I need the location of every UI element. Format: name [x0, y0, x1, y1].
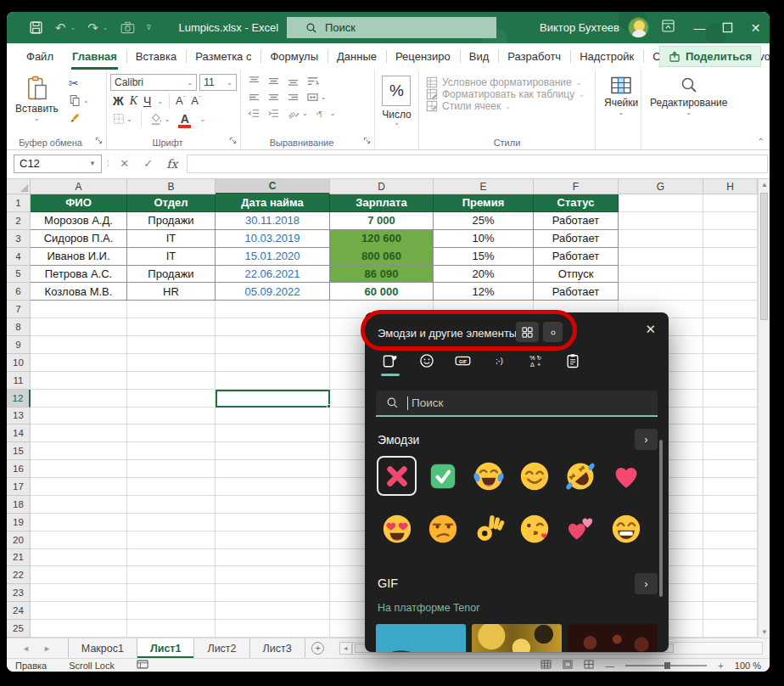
cell-A15[interactable]: [31, 442, 127, 460]
cell-D1[interactable]: Зарплата: [330, 194, 434, 212]
select-all-corner[interactable]: [7, 179, 31, 194]
cell-C14[interactable]: [216, 425, 330, 442]
decrease-font-button[interactable]: Aˇ: [191, 94, 200, 107]
alignment-dialog-launcher-icon[interactable]: [363, 135, 371, 147]
cell-G6[interactable]: [619, 283, 703, 301]
cell-H15[interactable]: [703, 442, 758, 460]
row-header-9[interactable]: 9: [7, 336, 31, 354]
gif-thumbnail[interactable]: [472, 624, 562, 652]
zoom-in-icon[interactable]: +: [718, 661, 723, 671]
row-header-7[interactable]: 7: [7, 301, 31, 318]
cell-A2[interactable]: Морозов А.Д.: [31, 212, 127, 230]
cell-B1[interactable]: Отдел: [127, 194, 216, 212]
cell-H16[interactable]: [703, 460, 758, 478]
cell-H9[interactable]: [703, 336, 758, 354]
row-header-1[interactable]: 1: [7, 194, 31, 212]
cell-F6[interactable]: Работает: [534, 283, 619, 301]
cell-C7[interactable]: [216, 301, 330, 318]
page-layout-view-icon[interactable]: [563, 660, 573, 671]
cell-A21[interactable]: [31, 549, 127, 567]
fill-handle[interactable]: [327, 404, 331, 408]
ribbon-tab-Надстройк[interactable]: Надстройк: [570, 43, 643, 70]
cell-D2[interactable]: 7 000: [330, 212, 434, 230]
cell-A12[interactable]: [31, 390, 127, 408]
cell-E1[interactable]: Премия: [434, 194, 534, 212]
sheet-tab-Лист3[interactable]: Лист3: [250, 638, 305, 658]
cell-B25[interactable]: [127, 620, 216, 638]
cell-F3[interactable]: Работает: [534, 230, 619, 248]
italic-button[interactable]: К: [130, 94, 137, 108]
cell-G3[interactable]: [619, 230, 703, 248]
cell-B17[interactable]: [127, 478, 216, 496]
titlebar-search[interactable]: Поиск: [287, 17, 496, 38]
emoji-tab-kaomoji-icon[interactable]: ;-): [490, 351, 508, 370]
cell-H4[interactable]: [703, 248, 758, 266]
emoji-panel-scrollbar[interactable]: [659, 440, 663, 597]
cell-C9[interactable]: [216, 336, 330, 354]
new-sheet-button[interactable]: +: [305, 638, 331, 658]
zoom-level[interactable]: 100 %: [735, 661, 761, 671]
cell-D6[interactable]: 60 000: [330, 283, 434, 301]
cell-C20[interactable]: [216, 531, 330, 549]
active-cell[interactable]: [216, 390, 330, 408]
emoji-close-icon[interactable]: ✕: [645, 322, 656, 337]
column-header-C[interactable]: C: [216, 179, 330, 194]
cell-B19[interactable]: [127, 514, 216, 531]
emoji-heart-eyes[interactable]: [377, 509, 417, 548]
ribbon-display-options-icon[interactable]: [661, 19, 675, 37]
cell-C3[interactable]: 10.03.2019: [216, 230, 330, 248]
cell-A1[interactable]: ФИО: [31, 194, 127, 212]
cell-A14[interactable]: [31, 425, 127, 442]
emoji-grid-view-button[interactable]: [516, 322, 539, 342]
orientation-button[interactable]: ab⌄: [287, 107, 308, 120]
prev-sheet-icon[interactable]: ◄: [22, 644, 30, 653]
column-header-B[interactable]: B: [127, 179, 216, 194]
cell-C25[interactable]: [216, 620, 330, 638]
cell-F1[interactable]: Статус: [534, 194, 619, 212]
cell-C17[interactable]: [216, 478, 330, 496]
row-header-15[interactable]: 15: [7, 442, 31, 460]
cell-C2[interactable]: 30.11.2018: [216, 212, 330, 230]
normal-view-icon[interactable]: [540, 660, 552, 671]
cell-H18[interactable]: [703, 496, 758, 514]
font-color-dropdown-icon[interactable]: ⌄: [199, 117, 205, 121]
cell-A18[interactable]: [31, 496, 127, 514]
emoji-check-mark[interactable]: [423, 456, 462, 496]
cut-button[interactable]: ✂: [69, 76, 79, 90]
save-icon[interactable]: [29, 20, 43, 35]
accessibility-icon[interactable]: [137, 660, 148, 671]
cell-H5[interactable]: [703, 266, 758, 284]
ribbon-tab-Разработч[interactable]: Разработч: [498, 43, 570, 70]
cell-A3[interactable]: Сидоров П.А.: [31, 230, 127, 248]
copy-button[interactable]: ⌄: [69, 94, 89, 107]
row-header-24[interactable]: 24: [7, 602, 31, 620]
row-header-20[interactable]: 20: [7, 531, 31, 549]
cell-H10[interactable]: [703, 354, 758, 372]
row-header-8[interactable]: 8: [7, 318, 31, 336]
cell-H17[interactable]: [703, 478, 758, 496]
emoji-smiling-face[interactable]: [514, 456, 554, 496]
paste-button[interactable]: Вставить ⌄: [10, 74, 64, 136]
cell-B5[interactable]: Продажи: [127, 266, 216, 284]
row-header-16[interactable]: 16: [7, 460, 31, 478]
indent-decrease-button[interactable]: [248, 107, 260, 120]
font-dialog-launcher-icon[interactable]: [229, 135, 237, 147]
cell-A7[interactable]: [31, 301, 127, 318]
emoji-cross-mark[interactable]: [377, 456, 417, 496]
row-header-25[interactable]: 25: [7, 620, 31, 638]
cell-A20[interactable]: [31, 531, 127, 549]
row-header-6[interactable]: 6: [7, 283, 31, 301]
font-size-combo[interactable]: 11⌄: [199, 74, 237, 91]
ribbon-tab-Вид[interactable]: Вид: [460, 43, 499, 70]
cell-B14[interactable]: [127, 425, 216, 442]
mode-indicator[interactable]: Правка: [15, 661, 47, 671]
cell-B13[interactable]: [127, 408, 216, 425]
cell-B8[interactable]: [127, 318, 216, 336]
vertical-scrollbar[interactable]: ▲▼: [758, 179, 770, 638]
cell-H3[interactable]: [703, 230, 758, 248]
column-header-D[interactable]: D: [330, 179, 434, 194]
row-header-23[interactable]: 23: [7, 584, 31, 602]
cell-C16[interactable]: [216, 460, 330, 478]
ribbon-tab-Данные[interactable]: Данные: [328, 43, 386, 70]
column-header-E[interactable]: E: [434, 179, 534, 194]
